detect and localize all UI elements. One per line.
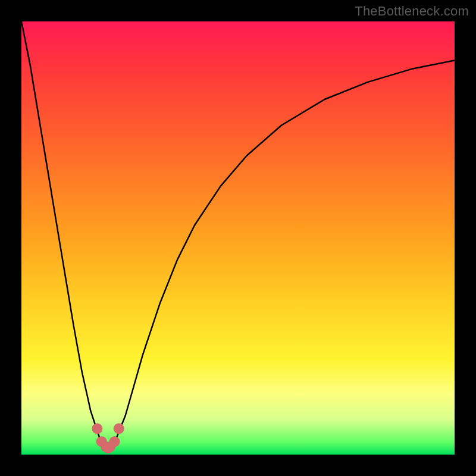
- plot-area: [21, 21, 455, 455]
- watermark-text: TheBottleneck.com: [355, 4, 469, 19]
- bottleneck-plot: [21, 21, 455, 455]
- bottleneck-curve: [21, 21, 455, 448]
- marker-dot: [92, 423, 102, 434]
- marker-group: [92, 423, 124, 453]
- marker-dot: [114, 423, 124, 434]
- marker-dot: [109, 436, 120, 447]
